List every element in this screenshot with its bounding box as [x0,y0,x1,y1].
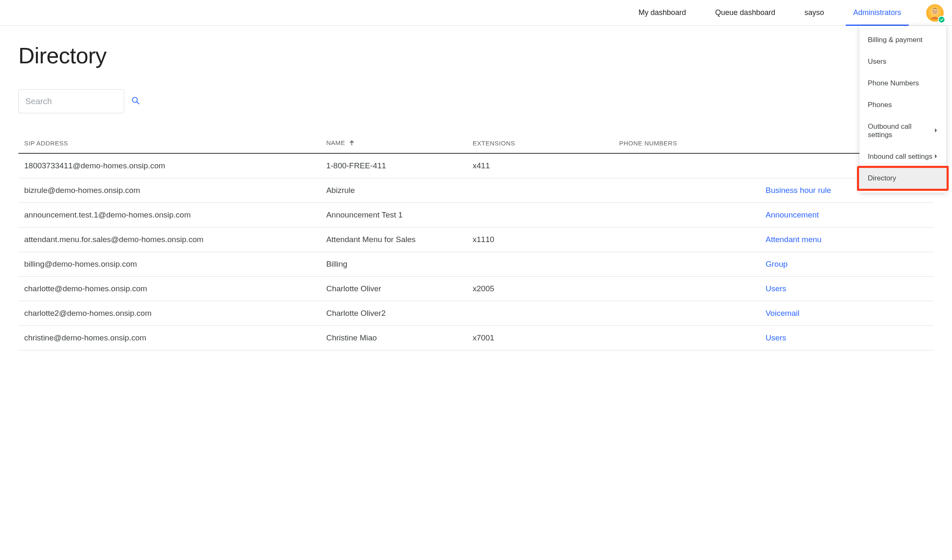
cell-name: Christine Miao [321,325,467,350]
cell-sip-address: announcement.test.1@demo-homes.onsip.com [18,202,321,227]
nav-administrators[interactable]: Administrators [853,0,901,25]
cell-name: Billing [321,252,467,276]
cell-app-type: Users [760,276,934,301]
cell-name: Announcement Test 1 [321,202,467,227]
dropdown-item-billing-payment[interactable]: Billing & payment [859,29,946,51]
chevron-right-icon [934,127,938,135]
svg-point-2 [936,10,937,11]
cell-app-type: Group [760,252,934,276]
cell-phone-numbers [613,178,759,202]
app-type-link[interactable]: Users [766,333,787,342]
cell-name: Attendant Menu for Sales [321,227,467,252]
cell-name: Charlotte Oliver [321,276,467,301]
cell-sip-address: charlotte@demo-homes.onsip.com [18,276,321,301]
cell-sip-address: bizrule@demo-homes.onsip.com [18,178,321,202]
app-type-link[interactable]: Voicemail [766,309,799,318]
cell-sip-address: billing@demo-homes.onsip.com [18,252,321,276]
table-row[interactable]: bizrule@demo-homes.onsip.comAbizruleBusi… [18,178,934,202]
content: Directory SIP ADDRESS NAME EXTENSIONS PH… [0,26,952,350]
dropdown-item-phone-numbers[interactable]: Phone Numbers [859,72,946,94]
svg-line-4 [137,102,139,104]
dropdown-item-inbound-call-settings[interactable]: Inbound call settings [859,146,946,168]
cell-extensions: x2005 [467,276,613,301]
cell-phone-numbers [613,227,759,252]
chevron-right-icon [934,152,938,161]
table-row[interactable]: announcement.test.1@demo-homes.onsip.com… [18,202,934,227]
header: My dashboard Queue dashboard sayso Admin… [0,0,952,26]
nav-sayso[interactable]: sayso [804,0,824,25]
cell-app-type: Users [760,325,934,350]
svg-point-1 [933,10,934,11]
dropdown-item-label: Inbound call settings [868,152,932,161]
dropdown-item-label: Phones [868,101,892,109]
cell-phone-numbers [613,325,759,350]
top-nav: My dashboard Queue dashboard sayso Admin… [639,0,901,25]
dropdown-item-label: Users [868,58,886,66]
cell-phone-numbers [613,202,759,227]
administrators-dropdown: Billing & payment Users Phone Numbers Ph… [859,26,946,192]
cell-extensions: x1110 [467,227,613,252]
cell-extensions [467,252,613,276]
nav-queue-dashboard[interactable]: Queue dashboard [715,0,775,25]
table-row[interactable]: billing@demo-homes.onsip.comBillingGroup [18,252,934,276]
cell-sip-address: christine@demo-homes.onsip.com [18,325,321,350]
column-header-name[interactable]: NAME [321,133,467,153]
cell-name: Abizrule [321,178,467,202]
dropdown-item-outbound-call-settings[interactable]: Outbound call settings [859,116,946,146]
status-online-icon [938,16,945,23]
table-header-row: SIP ADDRESS NAME EXTENSIONS PHONE NUMBER… [18,133,934,153]
search-box[interactable] [18,89,124,113]
nav-my-dashboard[interactable]: My dashboard [639,0,686,25]
table-row[interactable]: christine@demo-homes.onsip.comChristine … [18,325,934,350]
sort-ascending-icon [349,140,355,147]
svg-point-3 [133,98,138,102]
cell-name: 1-800-FREE-411 [321,153,467,178]
column-header-extensions[interactable]: EXTENSIONS [467,133,613,153]
cell-sip-address: 18003733411@demo-homes.onsip.com [18,153,321,178]
table-row[interactable]: attendant.menu.for.sales@demo-homes.onsi… [18,227,934,252]
cell-name: Charlotte Oliver2 [321,301,467,325]
page-title: Directory [18,42,934,68]
avatar[interactable] [926,4,944,22]
svg-point-0 [932,8,938,14]
column-header-label: NAME [326,139,345,146]
dropdown-item-users[interactable]: Users [859,51,946,72]
cell-phone-numbers [613,301,759,325]
column-header-sip-address[interactable]: SIP ADDRESS [18,133,321,153]
table-row[interactable]: charlotte@demo-homes.onsip.comCharlotte … [18,276,934,301]
column-header-phone-numbers[interactable]: PHONE NUMBERS [613,133,759,153]
cell-app-type: Announcement [760,202,934,227]
cell-phone-numbers [613,252,759,276]
cell-extensions [467,301,613,325]
search-input[interactable] [25,97,131,106]
app-type-link[interactable]: Announcement [766,210,819,219]
cell-extensions [467,202,613,227]
cell-phone-numbers [613,276,759,301]
table-row[interactable]: 18003733411@demo-homes.onsip.com1-800-FR… [18,153,934,178]
dropdown-item-label: Outbound call settings [868,122,934,139]
cell-extensions: x411 [467,153,613,178]
app-type-link[interactable]: Users [766,284,787,293]
cell-extensions: x7001 [467,325,613,350]
cell-sip-address: attendant.menu.for.sales@demo-homes.onsi… [18,227,321,252]
dropdown-item-label: Phone Numbers [868,79,919,88]
dropdown-item-label: Billing & payment [868,36,922,44]
cell-app-type: Voicemail [760,301,934,325]
table-row[interactable]: charlotte2@demo-homes.onsip.comCharlotte… [18,301,934,325]
cell-extensions [467,178,613,202]
cell-phone-numbers [613,153,759,178]
search-icon[interactable] [131,96,140,107]
cell-app-type: Attendant menu [760,227,934,252]
dropdown-item-label: Directory [868,174,896,182]
dropdown-item-phones[interactable]: Phones [859,94,946,116]
dropdown-item-directory[interactable]: Directory [859,168,946,189]
cell-sip-address: charlotte2@demo-homes.onsip.com [18,301,321,325]
app-type-link[interactable]: Group [766,260,788,268]
directory-table: SIP ADDRESS NAME EXTENSIONS PHONE NUMBER… [18,133,934,350]
app-type-link[interactable]: Business hour rule [766,186,831,195]
app-type-link[interactable]: Attendant menu [766,235,822,244]
